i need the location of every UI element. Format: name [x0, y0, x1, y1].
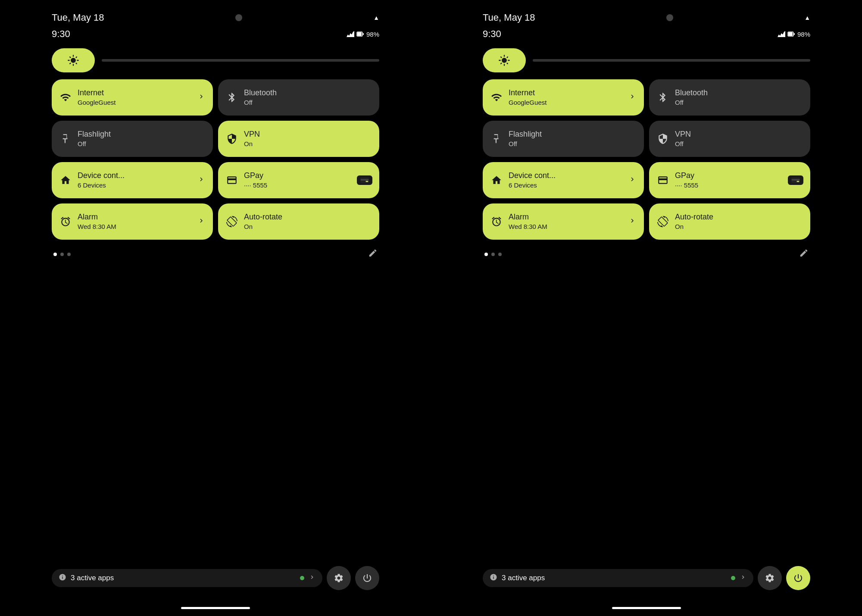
card-icon: [657, 174, 669, 186]
tile-gpay-title: GPay: [244, 171, 372, 181]
tile-gpay-text: GPay···· 5555: [675, 171, 803, 189]
card-icon: [226, 174, 238, 186]
tile-flashlight-text: FlashlightOff: [509, 130, 636, 148]
tile-alarm-title: Alarm: [78, 213, 191, 222]
tile-device-control-text: Device cont...6 Devices: [509, 171, 622, 189]
svg-rect-5: [361, 179, 369, 181]
status-icons-right: ▲: [373, 14, 379, 21]
gpay-card-badge: [788, 175, 803, 185]
tile-gpay-subtitle: ···· 5555: [675, 181, 803, 189]
dots-group: [53, 253, 71, 256]
tile-vpn-title: VPN: [244, 130, 372, 139]
active-apps-pill[interactable]: 3 active apps: [483, 569, 753, 587]
status-date: Tue, May 18: [52, 12, 104, 23]
wifi-icon: [490, 91, 503, 103]
settings-button[interactable]: [327, 566, 351, 590]
tile-vpn-text: VPNOff: [675, 130, 803, 148]
brightness-track[interactable]: [102, 59, 379, 62]
tile-internet-subtitle: GoogleGuest: [78, 99, 191, 106]
rotate-icon: [657, 216, 669, 228]
page-dot-1[interactable]: [484, 253, 488, 256]
brightness-pill[interactable]: [52, 48, 95, 72]
tile-alarm-text: AlarmWed 8:30 AM: [509, 213, 622, 231]
tile-bluetooth-subtitle: Off: [675, 99, 803, 106]
tile-internet[interactable]: InternetGoogleGuest: [52, 79, 213, 116]
tile-autorotate-subtitle: On: [675, 223, 803, 231]
tile-internet-text: InternetGoogleGuest: [509, 88, 622, 106]
status-right-icons: 98%: [778, 31, 810, 38]
info-icon: [59, 573, 66, 583]
camera-dot: [235, 14, 242, 21]
tiles-grid: InternetGoogleGuestBluetoothOffFlashligh…: [52, 79, 379, 240]
tile-autorotate[interactable]: Auto-rotateOn: [649, 203, 810, 240]
page-dots: [52, 248, 379, 260]
status-date: Tue, May 18: [483, 12, 535, 23]
svg-rect-9: [788, 32, 793, 36]
tile-bluetooth[interactable]: BluetoothOff: [649, 79, 810, 116]
tile-autorotate[interactable]: Auto-rotateOn: [218, 203, 379, 240]
tile-internet-text: InternetGoogleGuest: [78, 88, 191, 106]
svg-marker-0: [347, 31, 354, 37]
page-dots: [483, 248, 810, 260]
tile-flashlight[interactable]: FlashlightOff: [483, 121, 644, 157]
chevron-right-icon: [197, 217, 205, 227]
brightness-pill[interactable]: [483, 48, 526, 72]
tile-vpn-subtitle: On: [244, 140, 372, 148]
home-icon: [59, 174, 72, 186]
active-apps-text: 3 active apps: [502, 574, 727, 582]
page-dot-2[interactable]: [491, 253, 495, 256]
time-row: 9:30 98%: [52, 27, 379, 48]
chevron-right-icon: [628, 93, 636, 103]
brightness-container[interactable]: [52, 48, 379, 72]
tile-bluetooth-text: BluetoothOff: [244, 88, 372, 106]
active-apps-pill[interactable]: 3 active apps: [52, 569, 322, 587]
page-dot-2[interactable]: [60, 253, 64, 256]
tile-vpn[interactable]: VPNOn: [218, 121, 379, 157]
phone-screen-0: Tue, May 18▲9:30 98% InternetGoogleGuest…: [0, 0, 431, 616]
edit-icon[interactable]: [368, 248, 378, 260]
tile-device-control[interactable]: Device cont...6 Devices: [52, 162, 213, 198]
bottom-bar: 3 active apps: [483, 566, 810, 590]
svg-rect-3: [362, 33, 364, 35]
tile-internet-title: Internet: [78, 88, 191, 98]
alarm-icon: [490, 216, 503, 228]
power-button[interactable]: [786, 566, 810, 590]
tile-flashlight[interactable]: FlashlightOff: [52, 121, 213, 157]
screens-container: Tue, May 18▲9:30 98% InternetGoogleGuest…: [0, 0, 862, 616]
tile-gpay-title: GPay: [675, 171, 803, 181]
tile-device-control-title: Device cont...: [78, 171, 191, 181]
vpn-icon: [657, 133, 669, 145]
tile-internet[interactable]: InternetGoogleGuest: [483, 79, 644, 116]
green-dot: [300, 576, 304, 580]
tile-bluetooth-title: Bluetooth: [675, 88, 803, 98]
tile-bluetooth-text: BluetoothOff: [675, 88, 803, 106]
tiles-grid: InternetGoogleGuestBluetoothOffFlashligh…: [483, 79, 810, 240]
active-apps-text: 3 active apps: [71, 574, 296, 582]
tile-gpay[interactable]: GPay···· 5555: [218, 162, 379, 198]
chevron-right-icon: [628, 217, 636, 227]
bluetooth-icon: [657, 91, 669, 103]
page-dot-3[interactable]: [498, 253, 502, 256]
brightness-track[interactable]: [533, 59, 810, 62]
edit-icon[interactable]: [799, 248, 809, 260]
power-button[interactable]: [355, 566, 379, 590]
tile-bluetooth[interactable]: BluetoothOff: [218, 79, 379, 116]
chevron-right-icon: [197, 175, 205, 185]
page-dot-1[interactable]: [53, 253, 57, 256]
tile-alarm[interactable]: AlarmWed 8:30 AM: [52, 203, 213, 240]
tile-vpn[interactable]: VPNOff: [649, 121, 810, 157]
pill-chevron-icon: [309, 574, 315, 583]
wifi-icon: [59, 91, 72, 103]
brightness-container[interactable]: [483, 48, 810, 72]
tile-gpay[interactable]: GPay···· 5555: [649, 162, 810, 198]
settings-button[interactable]: [758, 566, 782, 590]
time-row: 9:30 98%: [483, 27, 810, 48]
tile-autorotate-subtitle: On: [244, 223, 372, 231]
svg-rect-13: [797, 181, 800, 182]
tile-device-control-subtitle: 6 Devices: [78, 181, 191, 189]
status-time: 9:30: [483, 28, 501, 40]
page-dot-3[interactable]: [67, 253, 71, 256]
tile-device-control[interactable]: Device cont...6 Devices: [483, 162, 644, 198]
tile-autorotate-title: Auto-rotate: [244, 213, 372, 222]
tile-alarm[interactable]: AlarmWed 8:30 AM: [483, 203, 644, 240]
